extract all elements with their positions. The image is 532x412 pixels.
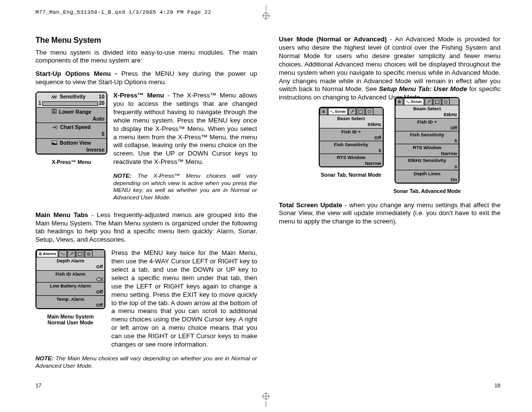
page-18: User Mode (Normal or Advanced) - An Adva… <box>279 28 500 375</box>
lcd-value: Off <box>38 289 103 295</box>
lcd-value: 83kHz <box>321 122 381 127</box>
lcd-row-low-battery: Low Battery Alarm Off <box>36 283 104 295</box>
sensitivity-icon <box>51 94 57 100</box>
xpress-note: NOTE: The X-Press™ Menu choices will var… <box>113 172 257 201</box>
svg-point-8 <box>88 254 89 254</box>
mainmenu-figure: 🕭 Alarms Depth Alarm Off <box>35 249 105 327</box>
tab-sonar: Sonar <box>404 98 424 105</box>
lcd-label: Sensitivity <box>60 94 86 99</box>
lcd-label: Fish Sensitivity <box>410 132 444 137</box>
lcd-value: 0 <box>397 164 457 170</box>
usermode-para: User Mode (Normal or Advanced) - An Adva… <box>279 35 500 102</box>
lcd-value: Off <box>321 135 381 141</box>
tab-label: Sonar <box>335 109 346 114</box>
lcd-row: Fish Sensitivity5 <box>320 141 383 154</box>
sonar-normal-lcd: 🕭 Sonar Beam Select83kHz Fish ID +Off Fi… <box>319 107 384 167</box>
lcd-label: Fish ID + <box>417 119 437 125</box>
page-17: The Menu System The menu system is divid… <box>35 28 257 375</box>
lcd-row-bottom-view: Bottom View Inverse <box>36 139 106 154</box>
lcd-value: 83kHz <box>397 112 457 118</box>
lcd-row: Depth LinesOn <box>396 170 459 183</box>
tab-sonar <box>59 250 67 257</box>
tab-setup <box>67 250 75 257</box>
lcd-row: Beam Select83kHz <box>320 115 383 128</box>
lcd-row: RTS WindowNarrow <box>320 154 383 166</box>
note-label: NOTE: <box>113 172 132 179</box>
lcd-label: Lower Range <box>59 109 91 115</box>
svg-rect-10 <box>359 110 363 113</box>
sonar-advanced-lcd: 🕭 Sonar Beam Select83kHz Fish ID +Off Fi… <box>395 97 460 184</box>
intro-text: The menu system is divided into easy-to-… <box>35 49 257 65</box>
tab-accessories <box>85 250 93 257</box>
sonar-normal-caption: Sonar Tab, Normal Mode <box>319 172 384 178</box>
lcd-value: 5 <box>38 131 104 137</box>
range-icon <box>52 109 57 115</box>
note-label: NOTE: <box>35 355 54 362</box>
lcd-row-lower-range: Lower Range Auto <box>36 108 106 123</box>
lcd-row: Fish Sensitivity5 <box>396 131 459 144</box>
note-text: The X-Press™ Menu choices will vary depe… <box>113 172 257 201</box>
totalscreen-label: Total Screen Update <box>279 201 342 209</box>
lcd-value: Narrow <box>321 160 381 166</box>
sonar-advanced-caption: Sonar Tab, Advanced Mode <box>394 188 461 194</box>
svg-rect-12 <box>435 100 439 103</box>
svg-point-11 <box>368 110 371 113</box>
lcd-value <box>38 277 103 283</box>
lcd-value: 10 <box>99 94 104 100</box>
lcd-row-fishid-alarm: Fish ID Alarm <box>36 271 104 283</box>
lcd-tabbar: 🕭 Sonar <box>320 108 383 115</box>
lcd-label: Depth Lines <box>414 171 440 176</box>
mainmenu-lcd: 🕭 Alarms Depth Alarm Off <box>35 249 105 309</box>
mainmenu-note: NOTE: The Main Menu choices will vary de… <box>35 355 257 369</box>
crop-mark-top <box>259 5 273 20</box>
lcd-label: Bottom View <box>60 140 91 146</box>
lcd-label: RTS Window <box>337 155 366 160</box>
lcd-value: 5 <box>321 148 381 154</box>
tab-views <box>357 108 365 115</box>
tab-setup <box>425 98 432 105</box>
lcd-value: Off <box>38 264 103 270</box>
lcd-value: Narrow <box>397 151 457 157</box>
tab-sonar: Sonar <box>328 108 348 115</box>
xpress-caption: X-Press™ Menu <box>35 159 107 165</box>
lcd-tabbar: 🕭 Alarms <box>36 250 104 257</box>
lcd-value: Off <box>397 125 457 131</box>
lcd-label: Fish Sensitivity <box>334 142 368 147</box>
tab-views <box>433 98 441 105</box>
mainmenu-para: Main Menu Tabs - Less frequently-adjuste… <box>35 211 257 245</box>
startup-para: Start-Up Options Menu - Press the MENU k… <box>35 70 257 87</box>
lcd-value: Auto <box>38 116 104 122</box>
lcd-row: Fish ID +Off <box>320 128 383 141</box>
lcd-value: Off <box>38 302 103 308</box>
tab-accessories <box>442 98 450 105</box>
lcd-value: 5 <box>397 138 457 144</box>
mainmenu-label: Main Menu Tabs <box>35 211 88 219</box>
tab-label: Alarms <box>43 252 56 256</box>
mainmenu-caption: Main Menu System Normal User Mode <box>35 314 105 326</box>
lcd-row-temp-alarm: Temp. Alarm Off <box>36 296 104 308</box>
lcd-label: Beam Select <box>337 116 365 121</box>
usermode-label: User Mode (Normal or Advanced) <box>279 35 387 43</box>
tab-accessories <box>366 108 373 115</box>
note-text: The Main Menu choices will vary dependin… <box>35 355 257 369</box>
lcd-row: RTS WindowNarrow <box>396 144 459 157</box>
mainmenu-text2: Press the MENU key twice for the Main Me… <box>111 249 257 349</box>
slider-min: 1 <box>38 100 41 107</box>
lcd-label: 83kHz Sensitivity <box>408 158 446 163</box>
lcd-row: 83kHz Sensitivity0 <box>396 157 459 170</box>
lcd-label: Depth Alarm <box>57 258 84 263</box>
alarm-icon: 🕭 <box>38 252 42 256</box>
lcd-label: Fish ID Alarm <box>56 271 86 277</box>
lcd-tabbar: 🕭 Sonar <box>396 98 459 105</box>
usermode-text: - An Advanced Mode is provided for users… <box>279 35 500 93</box>
crop-mark-bottom <box>259 392 273 407</box>
lcd-row-sensitivity: Sensitivity 10 1 20 <box>36 93 106 108</box>
svg-point-13 <box>444 100 447 103</box>
xpress-para: X-Press™ Menu - The X-Press™ Menu allows… <box>113 92 257 166</box>
lcd-label: Chart Speed <box>60 124 91 130</box>
svg-rect-6 <box>78 252 82 255</box>
totalscreen-para: Total Screen Update - when you change an… <box>279 201 500 226</box>
lcd-slider: 1 20 <box>38 100 104 107</box>
tab-label: Sonar <box>411 99 422 104</box>
xpress-label: X-Press™ Menu <box>113 92 164 99</box>
